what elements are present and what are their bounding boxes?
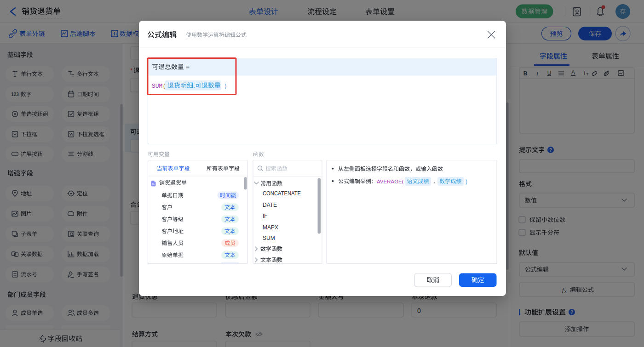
svg-text:IF: IF: [263, 213, 268, 219]
svg-text:DATE: DATE: [263, 202, 277, 208]
svg-text:SUM: SUM: [152, 83, 162, 90]
svg-text:.: .: [193, 81, 195, 89]
svg-text:CONCATENATE: CONCATENATE: [263, 190, 301, 197]
svg-text:=: =: [186, 63, 190, 70]
svg-text:AVERAGE(: AVERAGE(: [377, 178, 404, 184]
svg-text:MAPX: MAPX: [263, 224, 278, 231]
svg-text:): ): [466, 178, 467, 184]
svg-text:): ): [224, 83, 227, 90]
svg-text:SUM: SUM: [263, 235, 275, 241]
